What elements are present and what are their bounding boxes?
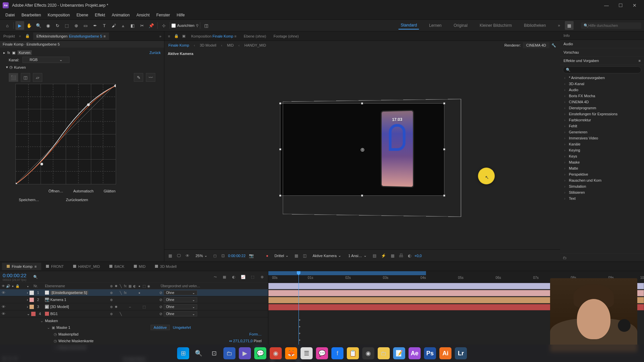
roto-tool[interactable]: ✂ [138, 21, 146, 30]
motion-blur-icon[interactable]: ◐ [230, 275, 237, 279]
effects-search[interactable]: 🔍 [563, 66, 641, 73]
explorer-icon[interactable]: 🗀 [223, 347, 235, 359]
parent-dropdown[interactable]: Ohne⌄ [164, 311, 197, 316]
curves-mode-bezier[interactable]: ⬛ [9, 73, 18, 82]
renderer-settings-icon[interactable]: 🔧 [551, 43, 556, 48]
selection-tool[interactable]: ▶ [15, 21, 24, 30]
effects-presets-header[interactable]: Effekte und Vorgaben ≡ [560, 57, 644, 65]
curves-smooth-button[interactable]: Glätten [104, 189, 115, 193]
timeline-tab[interactable]: HANDY_MID [68, 263, 105, 270]
comp-lock-icon[interactable]: 🔒 [174, 34, 179, 39]
timeline-tab[interactable]: BACK [105, 263, 129, 270]
camera-tool[interactable]: ⬚ [62, 21, 71, 30]
menu-fenster[interactable]: Fenster [153, 11, 173, 19]
curves-save-button[interactable]: Speichern… [19, 198, 39, 202]
start-button[interactable]: ⊞ [177, 347, 189, 359]
channel-dropdown[interactable]: RGB ⌄ [22, 57, 69, 63]
pan-behind-tool[interactable]: ⊕ [72, 21, 80, 30]
effect-category[interactable]: ›Immersives Video [560, 135, 644, 141]
curves-smooth-icon[interactable]: 〰 [146, 73, 155, 82]
app-icon-4[interactable]: 📋 [347, 347, 359, 359]
workspace-original[interactable]: Original [452, 22, 470, 29]
resolution-dropdown[interactable]: Drittel⌄ [272, 253, 291, 258]
menu-animation[interactable]: Animation [108, 11, 133, 19]
workspace-lernen[interactable]: Lernen [427, 22, 443, 29]
effect-category[interactable]: ›CINEMA 4D [560, 99, 644, 105]
views-dropdown[interactable]: 1 Ansi…⌄ [346, 253, 369, 258]
mask-feather[interactable]: ◷Weiche Maskenkante⇔ 271,0,271,0 Pixel⊘ [0, 338, 268, 344]
effect-category[interactable]: ›Kanäle [560, 141, 644, 147]
curves-collapse-icon[interactable]: ▾ [6, 65, 8, 69]
orbit-tool[interactable]: ◉ [44, 21, 52, 30]
menu-ansicht[interactable]: Ansicht [133, 11, 153, 19]
tab-close-icon[interactable]: × [18, 34, 21, 38]
hand-tool[interactable]: ✋ [25, 21, 34, 30]
layer-row[interactable]: ›2 📷Kamera 1 ⊕ ⊘Ohne⌄ [0, 296, 268, 303]
effect-category[interactable]: ›Perspektive [560, 171, 644, 177]
breadcrumb-3[interactable]: HANDY_MID [244, 43, 266, 47]
bg-layer-outline[interactable] [283, 99, 461, 217]
close-button[interactable]: ✕ [631, 3, 639, 8]
safe-margins-icon[interactable]: ◫ [302, 253, 308, 259]
renderer-dropdown[interactable]: CINEMA 4D [523, 42, 549, 48]
tab-layer[interactable]: Ebene (ohne) [241, 33, 269, 40]
menu-hilfe[interactable]: Hilfe [173, 11, 188, 19]
app-icon-5[interactable]: 📝 [393, 347, 405, 359]
flowchart-icon[interactable]: 品 [398, 252, 405, 259]
effect-category[interactable]: ›Keying [560, 147, 644, 153]
folder-icon[interactable]: 🗀 [378, 347, 390, 359]
fx-visible-icon[interactable]: ▣ [12, 51, 15, 55]
obs-icon[interactable]: ◉ [362, 347, 374, 359]
resolution-full-icon[interactable]: ◻ [212, 253, 218, 259]
tab-effect-controls[interactable]: Effekteinstellungen Einstellungsebene 5 … [33, 33, 109, 40]
whatsapp-icon[interactable]: 💬 [254, 347, 266, 359]
camera-dropdown[interactable]: Aktive Kamera⌄ [310, 253, 344, 258]
pixel-aspect-icon[interactable]: ▤ [371, 253, 378, 259]
shy-icon[interactable]: ⤳ [212, 275, 218, 279]
menu-komposition[interactable]: Komposition [44, 11, 73, 19]
eraser-tool[interactable]: ◧ [128, 21, 137, 30]
timeline-tab[interactable]: 3D Modell [150, 263, 181, 270]
effect-category[interactable]: ›Rauschen und Korn [560, 177, 644, 183]
zoom-dropdown[interactable]: 25%⌄ [193, 253, 210, 258]
breadcrumb-2[interactable]: MID [227, 43, 234, 47]
brain-icon[interactable]: ⊕ [259, 275, 265, 279]
reset-exposure-icon[interactable]: ◐ [407, 253, 413, 259]
curves-reset-button[interactable]: Zurücksetzen [66, 198, 88, 202]
mask-group[interactable]: ⌄Masken [0, 317, 268, 324]
effect-category[interactable]: ›Maske [560, 159, 644, 165]
home-icon[interactable]: ⌂ [3, 21, 12, 30]
effect-category[interactable]: ›Fehlt [560, 123, 644, 129]
preview-panel-header[interactable]: Vorschau [560, 48, 644, 57]
local-axis-icon[interactable]: ⊹ [159, 21, 168, 30]
breadcrumb-0[interactable]: Finale Komp [168, 43, 189, 47]
workspace-standard[interactable]: Standard [398, 21, 419, 29]
layer-search-icon[interactable]: 🔍 [33, 275, 38, 279]
roi-icon[interactable]: ⊡ [220, 253, 226, 259]
tab-project[interactable]: Projekt [0, 33, 18, 40]
effect-category[interactable]: ›3D-Kanal [560, 81, 644, 87]
workspace-overflow-icon[interactable]: » [556, 22, 562, 29]
effects-search-input[interactable] [571, 68, 638, 72]
tab-composition[interactable]: Komposition Finale Komp ≡ [189, 33, 239, 40]
help-search-input[interactable] [588, 23, 639, 27]
workspace-small[interactable]: Kleiner Bildschirm [478, 22, 514, 29]
breadcrumb-1[interactable]: 3D Modell [200, 43, 216, 47]
comp-nav-back-icon[interactable]: ≡ [166, 34, 172, 39]
timeline-icon[interactable]: ▦ [389, 253, 396, 259]
tab-footage[interactable]: Footage (ohne) [271, 33, 302, 40]
work-area[interactable] [268, 271, 426, 275]
effect-category[interactable]: ›Einstellungen für Expressions [560, 111, 644, 117]
exposure-value[interactable]: +0,0 [415, 254, 422, 258]
snap-checkbox[interactable] [171, 23, 176, 28]
curves-mode-linear[interactable]: ◫ [21, 73, 30, 82]
audio-panel-header[interactable]: Audio [560, 40, 644, 48]
anchor-point-icon[interactable]: ⊕ [360, 146, 365, 153]
app-icon-1[interactable]: ▶ [239, 347, 251, 359]
type-tool[interactable]: T [100, 21, 109, 30]
panel-toggle-icon[interactable]: ▦ [565, 21, 574, 30]
facebook-icon[interactable]: f [331, 347, 343, 359]
fx-enable-icon[interactable]: fx [7, 51, 10, 55]
mask-icon[interactable]: 👁 [184, 253, 191, 259]
fx-reset-button[interactable]: Zurück [149, 51, 161, 55]
